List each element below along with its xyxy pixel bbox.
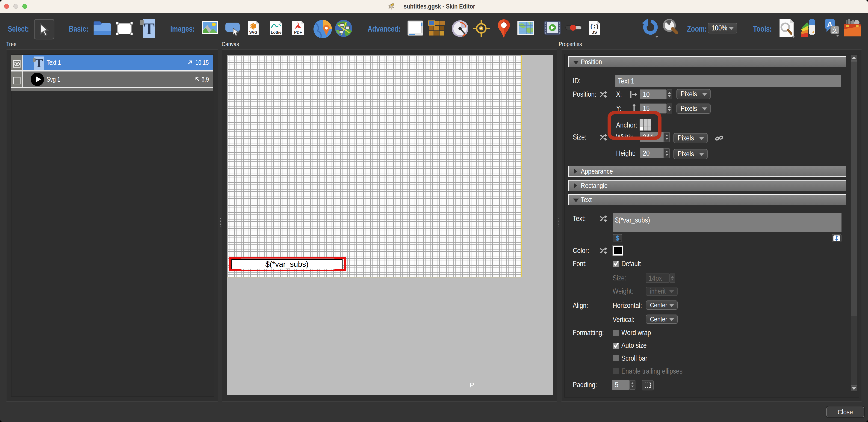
svg-text:文: 文 xyxy=(832,27,838,34)
svg-text:JS: JS xyxy=(592,30,597,35)
svg-text:SVG: SVG xyxy=(249,30,257,35)
svg-text:PDF: PDF xyxy=(294,30,302,35)
svg-text:{;}: {;} xyxy=(590,24,599,30)
svg-text:Lottie: Lottie xyxy=(271,30,281,35)
